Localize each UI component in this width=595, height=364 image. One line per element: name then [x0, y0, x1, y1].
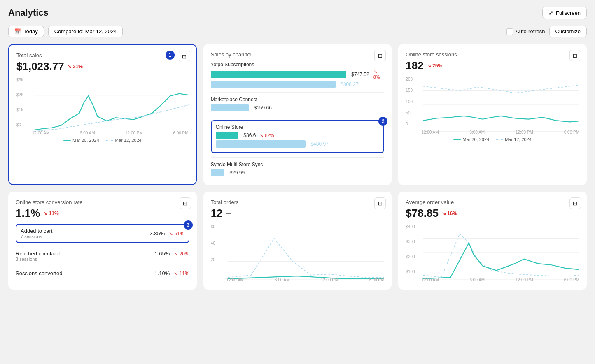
annotation-1: 1	[166, 51, 175, 60]
added-cart-label: Added to cart	[21, 228, 52, 234]
fullscreen-button[interactable]: ⤢ Fullscreen	[542, 7, 587, 19]
conversion-value: 1.1% ↘ 11%	[16, 207, 189, 220]
reached-checkout-row: Reached checkout 3 sessions 1.65% ↘ 20%	[16, 246, 189, 266]
avg-order-label: Average order value	[406, 199, 579, 205]
channel-syncio: Syncio Multi Store Sync $29.99	[211, 162, 385, 176]
toolbar-left: 📅 Today Compare to: Mar 12, 2024	[8, 26, 123, 37]
total-sales-sparkline	[34, 78, 189, 132]
sessions-chart: 200 150 100 50 0	[406, 77, 579, 134]
sessions-converted-row: Sessions converted 1.10% ↘ 11%	[16, 266, 189, 281]
compare-label: Compare to: Mar 12, 2024	[54, 28, 117, 35]
sales-channel-icon-btn[interactable]: ⊡	[374, 50, 386, 61]
avg-order-x-labels: 12:00 AM 6:00 AM 12:00 PM 6:00 PM	[421, 278, 579, 282]
online-bar-1	[216, 132, 239, 139]
sessions-label: Online store sessions	[406, 51, 579, 58]
added-to-cart-row: 3 Added to cart 7 sessions 3.85% ↘ 51%	[16, 224, 189, 243]
total-sales-chart: $3K $2K $1K $0	[16, 78, 189, 135]
sales-by-channel-card: ⊡ Sales by channel Yotpo Subscriptions $…	[203, 44, 392, 185]
total-sales-label: Total sales	[16, 52, 189, 58]
total-sales-chart-inner	[34, 78, 189, 128]
orders-icon-btn[interactable]: ⊡	[374, 197, 386, 209]
total-sales-y-labels: $3K $2K $1K $0	[16, 78, 32, 127]
orders-label: Total orders	[211, 199, 385, 205]
page-title: Analytics	[8, 7, 49, 18]
total-sales-card: ⊡ Total sales $1,023.77 ↘ 21% 1 $3K $2K …	[8, 44, 197, 185]
auto-refresh-toggle[interactable]: Auto-refresh	[506, 28, 545, 35]
conversion-icon-btn[interactable]: ⊡	[180, 197, 191, 209]
conversion-rows: 3 Added to cart 7 sessions 3.85% ↘ 51%	[16, 224, 189, 281]
avg-order-chart: $400 $300 $200 $100	[406, 225, 579, 282]
yotpo-bar-2	[211, 81, 336, 88]
avg-order-icon-btn[interactable]: ⊡	[569, 197, 581, 209]
page-header: Analytics ⤢ Fullscreen	[8, 7, 587, 19]
online-bar-2	[216, 140, 306, 148]
customize-button[interactable]: Customize	[549, 26, 587, 37]
annotation-3: 3	[184, 220, 193, 230]
toolbar-right: Auto-refresh Customize	[506, 26, 587, 37]
sessions-badge: ↘ 25%	[427, 63, 442, 69]
total-sales-icon-btn[interactable]: ⊡	[179, 51, 190, 62]
fullscreen-label: Fullscreen	[556, 10, 581, 16]
total-sales-x-labels: 12:00 AM 6:00 AM 12:00 PM 6:00 PM	[32, 131, 189, 135]
orders-chart: 60 40 20	[211, 225, 385, 282]
dashboard-grid: ⊡ Total sales $1,023.77 ↘ 21% 1 $3K $2K …	[8, 44, 587, 290]
today-button[interactable]: 📅 Today	[8, 26, 44, 37]
sessions-y-labels: 200 150 100 50 0	[406, 77, 421, 126]
fullscreen-icon: ⤢	[548, 9, 553, 16]
channel-online-store-box: 2 Online Store $86.6 ↘ 82% $480.97	[211, 120, 385, 153]
marketplace-bar	[211, 104, 249, 111]
total-sales-legend: Mar 20, 2024 Mar 12, 2024	[16, 138, 189, 143]
channel-marketplace: Marketplace Connect $159.66	[211, 97, 385, 111]
orders-y-labels: 60 40 20	[211, 225, 226, 274]
sessions-legend: Mar 20, 2024 Mar 12, 2024	[406, 137, 579, 142]
avg-order-value-card: ⊡ Average order value $78.85 ↘ 16% $400 …	[398, 192, 587, 290]
orders-chart-inner	[228, 225, 385, 275]
legend-line-dotted	[106, 140, 113, 141]
added-cart-pct: 3.85%	[149, 230, 165, 236]
avg-order-value: $78.85 ↘ 16%	[406, 207, 579, 220]
total-sales-badge: ↘ 21%	[68, 64, 83, 70]
conversion-badge: ↘ 11%	[43, 211, 58, 216]
legend-line-solid	[63, 140, 71, 141]
orders-value: 12 —	[211, 207, 385, 220]
toolbar: 📅 Today Compare to: Mar 12, 2024 Auto-re…	[8, 26, 587, 37]
total-orders-card: ⊡ Total orders 12 — 60 40 20	[203, 192, 392, 290]
online-sessions-card: ⊡ Online store sessions 182 ↘ 25% 200 15…	[398, 44, 587, 185]
avg-order-badge: ↘ 16%	[442, 211, 457, 216]
syncio-bar	[211, 169, 225, 176]
added-cart-badge: ↘ 51%	[169, 231, 184, 236]
annotation-2: 2	[378, 117, 387, 126]
conversion-label: Online store conversion rate	[16, 199, 189, 205]
sessions-sparkline	[423, 77, 579, 132]
sessions-icon-btn[interactable]: ⊡	[569, 50, 581, 61]
yotpo-bar-1	[211, 71, 347, 78]
channel-divider-2	[211, 116, 385, 116]
added-cart-sub: 7 sessions	[21, 234, 52, 239]
sales-channel-label: Sales by channel	[211, 51, 385, 58]
sessions-chart-inner	[423, 77, 579, 127]
orders-x-labels: 12:00 AM 6:00 AM 12:00 PM 6:00 PM	[226, 278, 385, 282]
orders-badge: —	[226, 211, 231, 216]
today-label: Today	[23, 28, 38, 35]
avg-order-y-labels: $400 $300 $200 $100	[406, 225, 421, 274]
compare-button[interactable]: Compare to: Mar 12, 2024	[48, 26, 123, 37]
avg-order-chart-inner	[423, 225, 579, 275]
conversion-rate-card: ⊡ Online store conversion rate 1.1% ↘ 11…	[8, 192, 197, 290]
avg-order-sparkline	[423, 225, 579, 280]
sessions-x-labels: 12:00 AM 6:00 AM 12:00 PM 6:00 PM	[421, 130, 579, 134]
channel-divider-1	[211, 92, 385, 93]
channel-yotpo: Yotpo Subscriptions $747.52 ↘ 8% $808.27	[211, 62, 385, 88]
channel-divider-3	[211, 157, 385, 158]
auto-refresh-label: Auto-refresh	[516, 28, 545, 35]
auto-refresh-checkbox[interactable]	[506, 28, 513, 35]
sessions-value: 182 ↘ 25%	[406, 59, 579, 72]
orders-sparkline	[228, 225, 385, 280]
total-sales-value: $1,023.77 ↘ 21%	[16, 60, 189, 73]
customize-label: Customize	[555, 28, 581, 35]
calendar-icon: 📅	[14, 28, 21, 35]
